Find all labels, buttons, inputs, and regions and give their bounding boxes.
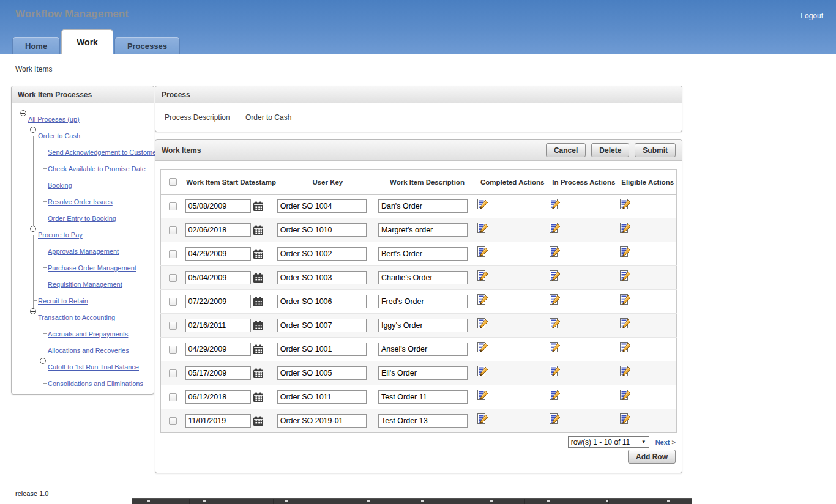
collapse-node-icon[interactable]	[30, 308, 36, 314]
completed-actions-icon[interactable]	[476, 341, 490, 355]
logout-link[interactable]: Logout	[801, 12, 823, 20]
date-input[interactable]	[185, 390, 251, 404]
taskbar-strip[interactable]	[132, 498, 692, 504]
description-input[interactable]	[378, 271, 468, 284]
row-checkbox[interactable]	[169, 274, 177, 282]
calendar-icon[interactable]	[253, 249, 264, 259]
completed-actions-icon[interactable]	[476, 317, 490, 331]
description-input[interactable]	[378, 343, 468, 356]
completed-actions-icon[interactable]	[476, 246, 490, 259]
completed-actions-icon[interactable]	[476, 389, 490, 402]
calendar-icon[interactable]	[253, 321, 264, 331]
calendar-icon[interactable]	[253, 416, 264, 426]
tree-link-12[interactable]: Transaction to Accounting	[38, 314, 115, 321]
collapse-node-icon[interactable]	[20, 110, 26, 116]
date-input[interactable]	[185, 247, 251, 261]
submit-button[interactable]: Submit	[635, 143, 676, 157]
row-checkbox[interactable]	[169, 202, 177, 210]
in-process-actions-icon[interactable]	[548, 198, 562, 212]
in-process-actions-icon[interactable]	[548, 222, 562, 235]
tab-home[interactable]: Home	[12, 37, 60, 54]
date-input[interactable]	[185, 366, 251, 380]
completed-actions-icon[interactable]	[476, 365, 490, 379]
expand-node-icon[interactable]	[40, 358, 46, 364]
user-key-input[interactable]	[277, 366, 367, 380]
row-checkbox[interactable]	[169, 250, 177, 258]
completed-actions-icon[interactable]	[476, 413, 490, 426]
date-input[interactable]	[185, 271, 251, 284]
user-key-input[interactable]	[277, 199, 367, 213]
in-process-actions-icon[interactable]	[548, 341, 562, 355]
in-process-actions-icon[interactable]	[548, 389, 562, 402]
tree-link-6[interactable]: Order Entry to Booking	[48, 215, 116, 222]
calendar-icon[interactable]	[253, 297, 264, 307]
tree-link-9[interactable]: Purchase Order Management	[48, 264, 136, 272]
eligible-actions-icon[interactable]	[619, 294, 632, 307]
description-input[interactable]	[378, 390, 468, 404]
delete-button[interactable]: Delete	[591, 143, 629, 157]
tree-link-8[interactable]: Approvals Management	[48, 248, 119, 255]
eligible-actions-icon[interactable]	[619, 365, 632, 379]
tree-link-3[interactable]: Check Available to Promise Date	[48, 165, 146, 172]
date-input[interactable]	[185, 295, 251, 308]
eligible-actions-icon[interactable]	[619, 317, 632, 331]
tree-link-16[interactable]: Consolidations and Eliminations	[48, 380, 143, 387]
tree-link-15[interactable]: Cutoff to 1st Run Trial Balance	[48, 363, 139, 371]
collapse-node-icon[interactable]	[30, 226, 36, 232]
user-key-input[interactable]	[277, 247, 367, 261]
eligible-actions-icon[interactable]	[619, 413, 632, 426]
calendar-icon[interactable]	[253, 201, 264, 212]
completed-actions-icon[interactable]	[476, 222, 490, 235]
date-input[interactable]	[185, 343, 251, 356]
description-input[interactable]	[378, 223, 468, 237]
user-key-input[interactable]	[277, 343, 367, 356]
eligible-actions-icon[interactable]	[619, 246, 632, 259]
date-input[interactable]	[185, 223, 251, 237]
date-input[interactable]	[185, 199, 251, 213]
row-checkbox[interactable]	[169, 369, 177, 377]
add-row-button[interactable]: Add Row	[628, 450, 676, 464]
description-input[interactable]	[378, 295, 468, 308]
tree-link-14[interactable]: Allocations and Recoveries	[48, 347, 129, 354]
select-all-checkbox[interactable]	[169, 178, 177, 186]
calendar-icon[interactable]	[253, 225, 264, 235]
row-checkbox[interactable]	[169, 393, 177, 401]
tree-link-10[interactable]: Requisition Management	[48, 281, 122, 288]
tree-link-4[interactable]: Booking	[48, 182, 72, 189]
eligible-actions-icon[interactable]	[619, 270, 632, 283]
next-page-link[interactable]: Next >	[655, 439, 676, 446]
cancel-button[interactable]: Cancel	[546, 143, 586, 157]
row-checkbox[interactable]	[169, 346, 177, 354]
date-input[interactable]	[185, 319, 251, 332]
user-key-input[interactable]	[277, 319, 367, 332]
in-process-actions-icon[interactable]	[548, 413, 562, 426]
tab-work[interactable]: Work	[61, 29, 113, 54]
tab-processes[interactable]: Processes	[114, 37, 180, 54]
tree-link-13[interactable]: Accruals and Prepayments	[48, 330, 128, 338]
calendar-icon[interactable]	[253, 392, 264, 402]
completed-actions-icon[interactable]	[476, 198, 490, 212]
completed-actions-icon[interactable]	[476, 294, 490, 307]
in-process-actions-icon[interactable]	[548, 317, 562, 331]
row-checkbox[interactable]	[169, 226, 177, 234]
in-process-actions-icon[interactable]	[548, 246, 562, 259]
row-checkbox[interactable]	[169, 417, 177, 425]
user-key-input[interactable]	[277, 223, 367, 237]
eligible-actions-icon[interactable]	[619, 222, 632, 235]
description-input[interactable]	[378, 414, 468, 428]
row-checkbox[interactable]	[169, 322, 177, 330]
row-checkbox[interactable]	[169, 298, 177, 306]
calendar-icon[interactable]	[253, 273, 264, 283]
tree-link-0[interactable]: All Proceses (up)	[28, 116, 80, 123]
in-process-actions-icon[interactable]	[548, 294, 562, 307]
calendar-icon[interactable]	[253, 368, 264, 379]
description-input[interactable]	[378, 247, 468, 261]
eligible-actions-icon[interactable]	[619, 389, 632, 402]
in-process-actions-icon[interactable]	[548, 365, 562, 379]
user-key-input[interactable]	[277, 414, 367, 428]
user-key-input[interactable]	[277, 271, 367, 284]
tree-link-5[interactable]: Resolve Order Issues	[48, 198, 113, 206]
tree-link-11[interactable]: Recruit to Retain	[38, 297, 88, 305]
user-key-input[interactable]	[277, 295, 367, 308]
collapse-node-icon[interactable]	[30, 127, 36, 133]
